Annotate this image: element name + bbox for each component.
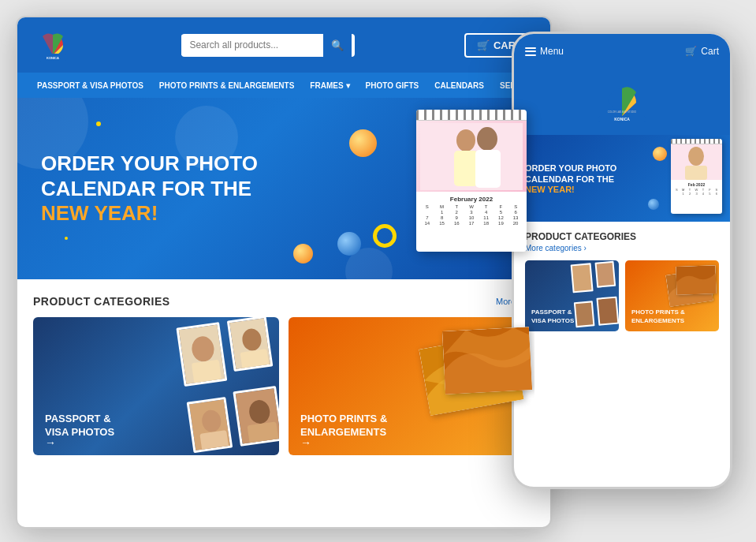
categories-header: PRODUCT CATEGORIES More ca... — [33, 295, 534, 308]
calendar-card: February 2022 SMTWTFS 123456 78910111213… — [416, 110, 527, 252]
mobile-logo-icon: KONICA COLOR LAB AND STUDIO — [583, 77, 661, 124]
mobile-cards: PASSPORT & VISA PHOTOS PHOTO PRINTS & EN… — [525, 260, 719, 331]
search-icon: 🔍 — [331, 39, 344, 51]
desktop-header: KONICA 🔍 🛒 CART — [17, 17, 550, 73]
mobile-cart-icon: 🛒 — [685, 46, 697, 57]
calendar-month-label: February 2022 — [420, 196, 523, 203]
svg-rect-15 — [199, 430, 229, 453]
mobile-categories-title: PRODUCT CATEGORIES — [525, 231, 719, 242]
search-bar[interactable]: 🔍 — [181, 34, 355, 57]
cart-icon: 🛒 — [477, 39, 490, 51]
passport-card-label: PASSPORT & VISA PHOTOS — [45, 413, 114, 439]
m-pp-2 — [595, 261, 616, 288]
svg-point-25 — [688, 147, 704, 166]
svg-rect-12 — [240, 349, 270, 372]
mobile-calendar-body: Feb 2022 SMTWTFS 123456 — [671, 180, 722, 198]
mobile-ornament-blue — [648, 199, 659, 210]
svg-rect-26 — [685, 166, 707, 180]
dot-2 — [65, 237, 68, 240]
ornament-blue-1 — [337, 232, 361, 256]
svg-text:COLOR LAB AND STUDIO: COLOR LAB AND STUDIO — [608, 110, 637, 114]
svg-point-5 — [477, 127, 497, 151]
svg-rect-9 — [192, 360, 222, 387]
mobile-more-categories-link[interactable]: More categories › — [525, 244, 719, 252]
nav-passport[interactable]: PASSPORT & VISA PHOTOS — [29, 73, 151, 98]
svg-point-3 — [456, 129, 475, 151]
svg-rect-18 — [248, 421, 279, 447]
ornament-ring — [373, 224, 397, 248]
mobile-photo-prints-label: PHOTO PRINTS & ENLARGEMENTS — [631, 308, 685, 325]
nav-frames[interactable]: FRAMES ▾ — [302, 73, 357, 98]
ornament-gold-1 — [349, 129, 377, 157]
konica-logo-icon: KONICA — [33, 25, 73, 65]
search-input[interactable] — [181, 35, 323, 55]
mobile-passport-card[interactable]: PASSPORT & VISA PHOTOS — [525, 260, 619, 331]
svg-rect-4 — [454, 151, 478, 186]
m-pp-3 — [574, 301, 595, 327]
passport-photo-4 — [233, 386, 279, 447]
logo-area[interactable]: KONICA — [33, 25, 73, 65]
mobile-menu-button[interactable]: Menu — [525, 46, 564, 57]
mobile-header: Menu 🛒 Cart — [514, 34, 730, 69]
mobile-passport-label: PASSPORT & VISA PHOTOS — [531, 308, 574, 325]
mobile-mockup: Menu 🛒 Cart KONICA COLOR LAB AND STUDIO … — [512, 32, 732, 489]
m-pp-4 — [596, 297, 619, 326]
search-button[interactable]: 🔍 — [323, 34, 352, 57]
hero-banner: ORDER YOUR PHOTO CALENDAR FOR THE NEW YE… — [17, 98, 550, 279]
passport-photo-main — [176, 322, 227, 387]
passport-category-card[interactable]: PASSPORT & VISA PHOTOS → — [33, 317, 279, 455]
photo-prints-category-card[interactable]: PHOTO PRINTS & ENLARGEMENTS → — [289, 317, 534, 455]
mobile-calendar: Feb 2022 SMTWTFS 123456 — [671, 139, 722, 214]
photo-prints-card-arrow: → — [300, 436, 311, 449]
passport-card-arrow: → — [45, 436, 56, 449]
dot-1 — [96, 121, 101, 126]
svg-text:KONICA: KONICA — [614, 117, 630, 121]
m-print-2 — [676, 265, 716, 295]
hamburger-icon — [525, 47, 536, 56]
couple-svg — [420, 123, 523, 190]
mobile-passport-collage — [571, 261, 619, 327]
print-photo-2 — [442, 327, 532, 394]
desktop-nav: PASSPORT & VISA PHOTOS PHOTO PRINTS & EN… — [17, 73, 550, 98]
category-cards: PASSPORT & VISA PHOTOS → PHOTO PRIN — [33, 317, 534, 455]
svg-text:KONICA: KONICA — [47, 56, 59, 60]
categories-title: PRODUCT CATEGORIES — [33, 295, 170, 308]
nav-photo-prints[interactable]: PHOTO PRINTS & ENLARGEMENTS — [151, 73, 303, 98]
calendar-spiral — [416, 110, 527, 121]
mobile-menu-label: Menu — [540, 46, 564, 57]
calendar-photo — [416, 121, 527, 192]
passport-photo-3 — [187, 397, 233, 453]
categories-section: PRODUCT CATEGORIES More ca... — [17, 279, 550, 463]
frames-chevron-icon: ▾ — [346, 81, 350, 90]
mobile-ornament-gold — [653, 147, 667, 161]
nav-photo-gifts[interactable]: PHOTO GIFTS — [358, 73, 427, 98]
mobile-logo-section: KONICA COLOR LAB AND STUDIO — [514, 69, 730, 135]
calendar-grid: SMTWTFS 123456 78910111213 1415161718192… — [420, 204, 523, 226]
mobile-calendar-photo — [671, 144, 722, 180]
mobile-cart-label: Cart — [701, 46, 719, 57]
mobile-photo-prints-card[interactable]: PHOTO PRINTS & ENLARGEMENTS — [625, 260, 719, 331]
passport-photo-2 — [227, 317, 274, 372]
nav-calendars[interactable]: CALENDARS — [426, 73, 492, 98]
calendar-image: February 2022 SMTWTFS 123456 78910111213… — [416, 110, 527, 252]
calendar-body: February 2022 SMTWTFS 123456 78910111213… — [416, 192, 527, 230]
desktop-mockup: KONICA 🔍 🛒 CART PASSPORT & VISA PHOTOS P… — [16, 16, 552, 529]
ornament-gold-2 — [293, 244, 313, 264]
m-pp-1 — [571, 263, 594, 293]
svg-rect-6 — [475, 150, 501, 188]
passport-collage — [176, 317, 279, 453]
mobile-cart-button[interactable]: 🛒 Cart — [685, 46, 719, 57]
photo-prints-card-label: PHOTO PRINTS & ENLARGEMENTS — [300, 413, 387, 439]
mobile-calendar-spiral — [671, 139, 722, 144]
